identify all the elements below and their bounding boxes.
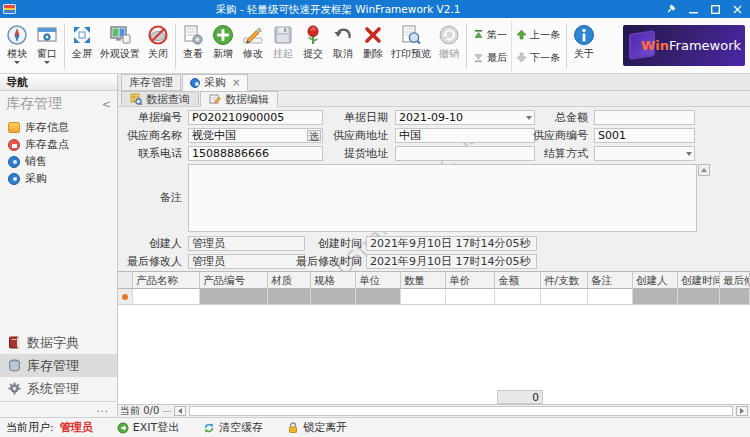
view-button[interactable]: 查看 — [178, 20, 208, 72]
modify-time-label: 最后修改时间 — [248, 254, 362, 269]
scroll-left-button[interactable] — [174, 406, 186, 416]
sidebar-item-system-management[interactable]: 系统管理 — [0, 377, 117, 400]
database-icon — [8, 359, 21, 372]
prev-record-button[interactable]: 上一条 — [516, 25, 560, 45]
revoke-button[interactable]: 撤销 — [434, 20, 464, 72]
sidebar-item-purchase[interactable]: 采购 — [0, 170, 117, 187]
sidebar-item-inventory-check[interactable]: 库存盘点 — [0, 136, 117, 153]
grid-col-header[interactable]: 材质 — [268, 272, 311, 289]
grid-col-header[interactable]: 单位 — [356, 272, 401, 289]
settlement-field[interactable] — [594, 146, 695, 161]
pickup-addr-label: 提货地址 — [298, 146, 388, 161]
modify-button[interactable]: 修改 — [238, 20, 268, 72]
grid-col-header[interactable]: 备注 — [588, 272, 633, 289]
tab-purchase[interactable]: 采购 × — [182, 74, 248, 91]
lock-leave-button[interactable]: 锁定离开 — [287, 420, 347, 435]
add-button[interactable]: 新增 — [208, 20, 238, 72]
next-record-button[interactable]: 下一条 — [516, 48, 560, 68]
amount-summary-cell: 0 — [497, 390, 543, 404]
supplier-no-field[interactable]: S001 — [594, 128, 695, 143]
grid-cell[interactable] — [541, 289, 588, 305]
notes-textarea[interactable] — [188, 164, 697, 232]
submit-button[interactable]: 提交 — [298, 20, 328, 72]
chevron-down-icon — [44, 61, 50, 64]
refresh-icon — [203, 422, 215, 434]
grid-col-header[interactable]: 单价 — [446, 272, 495, 289]
grid-col-header[interactable]: 最后修改人 — [720, 272, 750, 289]
pin-button[interactable] — [660, 1, 682, 17]
total-amount-label: 总金额 — [478, 110, 588, 125]
window-title: 采购 - 轻量级可快速开发框架 WinFramework V2.1 — [16, 0, 660, 18]
document-tab-bar: 库存管理 采购 × — [118, 74, 750, 91]
last-record-button[interactable]: 最后 — [473, 48, 507, 68]
collapse-icon[interactable]: < — [102, 98, 111, 111]
supplier-name-label: 供应商名称 — [118, 128, 182, 143]
splitter-handle[interactable]: — — [162, 406, 171, 416]
appearance-settings-button[interactable]: 外观设置 — [97, 20, 143, 72]
window-eye-icon — [35, 22, 59, 48]
maximize-button[interactable] — [704, 1, 726, 17]
clear-cache-button[interactable]: 清空缓存 — [203, 420, 263, 435]
grid-cell — [720, 289, 750, 305]
sidebar-group-inventory[interactable]: 库存管理 < — [0, 93, 117, 115]
current-user-label: 当前用户: — [6, 420, 54, 435]
module-button[interactable]: 模块 — [2, 20, 32, 72]
grid-summary-row: 0 — [118, 390, 750, 405]
compass-icon — [5, 22, 29, 48]
delete-x-icon — [361, 22, 385, 48]
horizontal-scrollbar[interactable] — [189, 406, 733, 416]
data-query-icon — [130, 93, 142, 105]
fullscreen-button[interactable]: 全屏 — [67, 20, 97, 72]
sidebar-item-sales[interactable]: 销售 — [0, 153, 117, 170]
grid-indicator-header — [118, 272, 133, 289]
grid-cell[interactable] — [495, 289, 541, 305]
pin-icon — [666, 4, 676, 14]
settlement-label: 结算方式 — [478, 146, 588, 161]
grid-cell — [356, 289, 401, 305]
grid-col-header[interactable]: 创建人 — [633, 272, 678, 289]
close-icon — [733, 5, 742, 14]
grid-cell[interactable] — [401, 289, 446, 305]
grid-col-header[interactable]: 数量 — [401, 272, 446, 289]
grid-col-header[interactable]: 产品名称 — [133, 272, 200, 289]
grid-col-header[interactable]: 件/支数 — [541, 272, 588, 289]
total-amount-field[interactable] — [594, 110, 695, 125]
grid-cell — [311, 289, 356, 305]
prev-record-icon — [516, 29, 527, 40]
scroll-up-button[interactable] — [698, 164, 710, 176]
grid-col-header[interactable]: 创建时间 — [678, 272, 720, 289]
sidebar-item-inventory-management[interactable]: 库存管理 — [0, 354, 117, 377]
tab-data-query[interactable]: 数据查询 — [121, 91, 199, 106]
no-view-icon — [146, 22, 170, 48]
app-icon — [3, 4, 16, 14]
tab-close-icon[interactable]: × — [232, 77, 240, 88]
grid-col-header[interactable]: 金额 — [495, 272, 541, 289]
grid-cell[interactable] — [446, 289, 495, 305]
minimize-button[interactable] — [682, 1, 704, 17]
sidebar-item-inventory-info[interactable]: 库存信息 — [0, 119, 117, 136]
about-button[interactable]: 关于 — [569, 20, 599, 72]
close-window-button[interactable] — [726, 1, 748, 17]
delete-button[interactable]: 删除 — [358, 20, 388, 72]
first-record-button[interactable]: 第一 — [473, 25, 507, 45]
grid-cell[interactable] — [133, 289, 200, 305]
sidebar-item-data-dictionary[interactable]: 数据字典 — [0, 331, 117, 354]
tab-inventory-management[interactable]: 库存管理 — [121, 74, 181, 90]
grid-col-header[interactable]: 规格 — [311, 272, 356, 289]
cancel-button[interactable]: 取消 — [328, 20, 358, 72]
grid-col-header[interactable]: 产品编号 — [200, 272, 268, 289]
tab-data-edit[interactable]: 数据编辑 — [200, 91, 278, 107]
window-button[interactable]: 窗口 — [32, 20, 62, 72]
grid-cell[interactable] — [588, 289, 633, 305]
info-icon — [572, 22, 596, 48]
logout-button[interactable]: EXIT登出 — [117, 420, 179, 435]
bill-date-label: 单据日期 — [298, 110, 388, 125]
sidebar-overflow-button[interactable]: ... — [0, 401, 117, 417]
scroll-right-button[interactable] — [736, 406, 748, 416]
grid-cell — [268, 289, 311, 305]
grid-new-row — [118, 289, 750, 305]
suspend-button[interactable]: 挂起 — [268, 20, 298, 72]
print-preview-button[interactable]: 打印预览 — [388, 20, 434, 72]
fullscreen-arrows-icon — [70, 22, 94, 48]
close-module-button[interactable]: 关闭 — [143, 20, 173, 72]
